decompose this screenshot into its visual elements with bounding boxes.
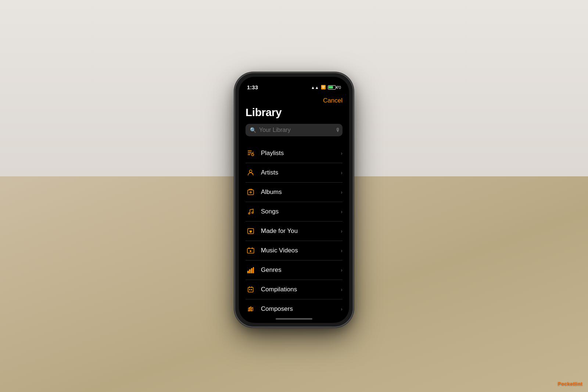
svg-point-9 bbox=[250, 191, 251, 193]
battery-icon: 70 bbox=[328, 85, 341, 90]
watermark-prefix: Pocket bbox=[558, 381, 575, 386]
svg-rect-18 bbox=[251, 268, 252, 273]
signal-icon: ▲▲ bbox=[311, 85, 319, 90]
albums-label: Albums bbox=[261, 188, 341, 196]
genres-chevron: › bbox=[341, 267, 343, 273]
menu-item-composers[interactable]: Composers › bbox=[245, 299, 343, 315]
svg-point-10 bbox=[248, 213, 250, 214]
svg-point-11 bbox=[252, 212, 253, 213]
playlists-icon bbox=[245, 148, 256, 158]
search-input[interactable] bbox=[259, 127, 333, 133]
genres-label: Genres bbox=[261, 266, 341, 274]
phone-screen: 1:33 ▲▲ 🛜 70 Cancel bbox=[239, 77, 349, 323]
svg-point-25 bbox=[251, 310, 252, 311]
albums-icon bbox=[245, 187, 256, 197]
music-videos-icon bbox=[245, 245, 256, 256]
genres-icon bbox=[245, 265, 256, 275]
playlists-chevron: › bbox=[341, 150, 343, 156]
content-area[interactable]: Cancel Library 🔍 🎙 bbox=[239, 95, 349, 315]
cancel-button[interactable]: Cancel bbox=[323, 97, 343, 104]
battery-box bbox=[328, 85, 336, 90]
svg-point-23 bbox=[248, 310, 249, 311]
wifi-icon: 🛜 bbox=[321, 85, 326, 90]
svg-rect-0 bbox=[248, 151, 252, 151]
status-time: 1:33 bbox=[247, 84, 258, 90]
svg-rect-14 bbox=[248, 248, 250, 249]
battery-level: 70 bbox=[337, 85, 341, 90]
menu-item-genres[interactable]: Genres › bbox=[245, 260, 343, 280]
svg-rect-21 bbox=[249, 289, 250, 290]
menu-item-music-videos[interactable]: Music Videos › bbox=[245, 241, 343, 260]
artists-chevron: › bbox=[341, 170, 343, 176]
menu-item-albums[interactable]: Albums › bbox=[245, 183, 343, 202]
svg-rect-16 bbox=[247, 271, 249, 273]
battery-fill bbox=[329, 86, 333, 89]
phone-device: 1:33 ▲▲ 🛜 70 Cancel bbox=[235, 73, 353, 327]
compilations-icon bbox=[245, 284, 256, 295]
svg-rect-1 bbox=[248, 152, 252, 153]
svg-rect-2 bbox=[248, 154, 250, 155]
music-videos-chevron: › bbox=[341, 248, 343, 253]
svg-rect-20 bbox=[248, 287, 253, 292]
svg-point-24 bbox=[250, 310, 251, 311]
watermark: Pocketlint bbox=[558, 381, 582, 386]
page-header: Cancel bbox=[245, 95, 343, 106]
composers-label: Composers bbox=[261, 305, 341, 313]
compilations-chevron: › bbox=[341, 287, 343, 292]
songs-chevron: › bbox=[341, 209, 343, 215]
menu-item-made-for-you[interactable]: Made for You › bbox=[245, 222, 343, 241]
artists-label: Artists bbox=[261, 169, 341, 176]
artists-icon bbox=[245, 168, 256, 178]
status-icons: ▲▲ 🛜 70 bbox=[311, 85, 341, 90]
menu-item-playlists[interactable]: Playlists › bbox=[245, 144, 343, 163]
playlists-label: Playlists bbox=[261, 150, 341, 157]
search-icon: 🔍 bbox=[250, 127, 256, 133]
songs-icon bbox=[245, 206, 256, 217]
watermark-suffix: lint bbox=[575, 381, 583, 386]
svg-rect-17 bbox=[249, 269, 251, 273]
home-bar bbox=[276, 318, 312, 320]
menu-item-songs[interactable]: Songs › bbox=[245, 202, 343, 222]
compilations-label: Compilations bbox=[261, 286, 341, 293]
composers-icon bbox=[245, 304, 256, 314]
made-for-you-chevron: › bbox=[341, 228, 343, 234]
made-for-you-label: Made for You bbox=[261, 227, 341, 235]
menu-item-artists[interactable]: Artists › bbox=[245, 163, 343, 183]
search-bar[interactable]: 🔍 🎙 bbox=[245, 124, 343, 136]
page-title: Library bbox=[245, 106, 343, 119]
made-for-you-icon bbox=[245, 226, 256, 236]
songs-label: Songs bbox=[261, 208, 341, 215]
menu-item-compilations[interactable]: Compilations › bbox=[245, 280, 343, 299]
svg-rect-8 bbox=[248, 190, 254, 195]
svg-point-3 bbox=[252, 154, 254, 156]
phone-wrapper: 1:33 ▲▲ 🛜 70 Cancel bbox=[235, 73, 353, 327]
albums-chevron: › bbox=[341, 189, 343, 195]
svg-rect-15 bbox=[252, 248, 253, 249]
dynamic-island bbox=[276, 78, 312, 89]
svg-line-5 bbox=[253, 152, 254, 152]
library-menu-list: Playlists › Artists › bbox=[245, 144, 343, 315]
svg-point-6 bbox=[250, 170, 252, 172]
composers-chevron: › bbox=[341, 306, 343, 312]
svg-rect-22 bbox=[251, 289, 252, 290]
home-indicator bbox=[239, 315, 349, 323]
mic-icon[interactable]: 🎙 bbox=[336, 127, 341, 133]
svg-rect-19 bbox=[253, 267, 254, 273]
music-videos-label: Music Videos bbox=[261, 247, 341, 254]
